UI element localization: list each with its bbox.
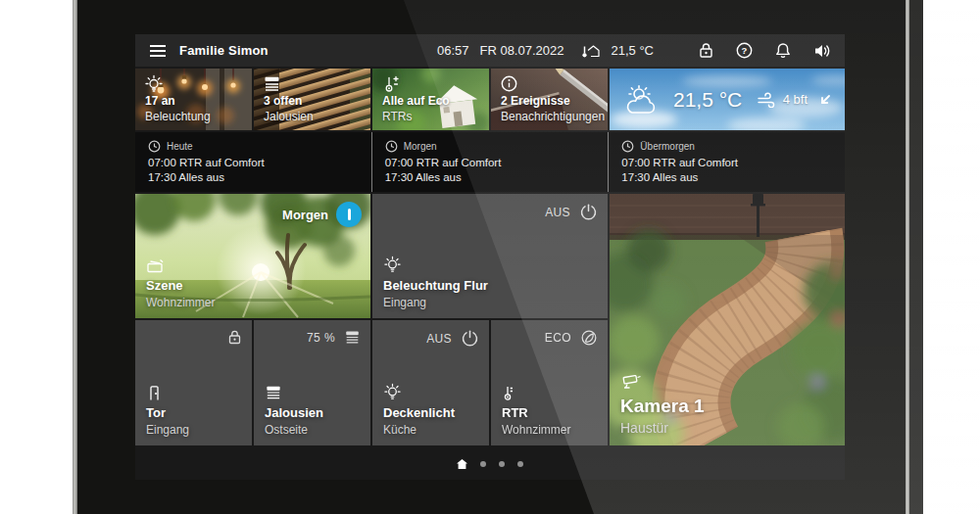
page-dot[interactable] [480,461,486,467]
tile-value: 2 Ereignisse [501,94,605,110]
schedule-panel-heute[interactable]: Heute 07:00 RTR auf Comfort 17:30 Alles … [135,132,371,192]
power-icon[interactable] [579,203,598,221]
tile-kamera[interactable]: Kamera 1 Haustür [610,194,845,445]
schedule-entry: 07:00 RTR auf Comfort [621,157,832,168]
clock-icon [148,140,161,153]
page-dot[interactable] [517,461,523,467]
page-dot[interactable] [499,461,505,467]
schedule-entry: 07:00 RTR auf Comfort [148,157,359,168]
tile-label: Jalousien [264,110,314,125]
top-bar: Familie Simon 06:57 FR 08.07.2022 21,5 °… [135,34,845,67]
tile-state: ECO [545,331,571,345]
menu-hamburger-icon[interactable] [149,44,167,58]
tile-szene[interactable]: Morgen Szene Wohnzimmer [135,194,370,318]
tile-grid: Morgen Szene Wohnzimmer AUS [135,194,845,445]
tile-title: Jalousien [265,404,323,422]
device-right-side [909,0,923,514]
device-right-edge [906,0,909,514]
page-background: Familie Simon 06:57 FR 08.07.2022 21,5 °… [0,0,980,514]
tile-value: 17 an [145,94,211,110]
panel-device: Familie Simon 06:57 FR 08.07.2022 21,5 °… [73,0,923,514]
schedule-entry: 17:30 Alles aus [385,171,596,183]
screen: Familie Simon 06:57 FR 08.07.2022 21,5 °… [135,34,845,480]
device-left-edge [73,0,77,514]
lock-icon[interactable] [699,42,713,59]
schedule-day: Morgen [404,141,437,152]
tile-title: Kamera 1 [620,394,705,419]
thermometer-icon [502,384,570,401]
arrow-southwest-icon [818,93,832,107]
door-icon [146,385,189,401]
profile-title: Familie Simon [179,43,269,58]
tile-title: Deckenlicht [383,404,455,422]
tile-subtitle: Wohnzimmer [146,295,215,310]
scene-icon [146,258,215,274]
clock-icon [385,140,398,153]
indoor-temperature: 21,5 °C [611,43,654,58]
thermometer-house-icon [580,43,600,59]
bell-icon[interactable] [775,42,791,59]
help-icon[interactable]: ? [736,42,753,59]
tile-tor[interactable]: Tor Eingang [135,320,252,445]
tile-deckenlicht[interactable]: AUS Deckenlicht Küche [372,320,489,445]
date-label: FR 08.07.2022 [479,43,564,58]
clock-icon [621,140,634,153]
tile-title: Szene [146,277,215,295]
power-icon[interactable] [461,329,479,348]
lock-icon[interactable] [227,329,242,346]
page-indicator [457,459,523,469]
tile-title: Tor [146,404,189,422]
schedule-entry: 17:30 Alles aus [148,171,359,183]
clock-time: 06:57 [437,43,469,58]
schedule-day: Heute [167,141,193,152]
schedule-panel-uebermorgen[interactable]: Übermorgen 07:00 RTR auf Comfort 17:30 A… [608,132,845,192]
tile-title: Beleuchtung Flur [383,277,488,295]
weather-tile[interactable]: 21,5 °C 4 bft [610,69,845,130]
wind-icon [757,92,776,108]
speaker-icon[interactable] [813,43,831,59]
eco-leaf-icon[interactable] [580,329,598,347]
tile-jalousien[interactable]: 75 % Jalousien Ostseite [254,320,370,445]
tile-label: Benachrichtigungen [501,110,605,125]
blinds-icon [265,384,323,401]
schedule-row: Heute 07:00 RTR auf Comfort 17:30 Alles … [135,132,845,192]
schedule-entry: 07:00 RTR auf Comfort [385,157,596,168]
quick-tile-jalousien[interactable]: 3 offen Jalousien [254,69,370,130]
blinds-icon[interactable] [344,329,361,346]
schedule-day: Übermorgen [640,141,695,152]
camera-icon [620,373,705,390]
tile-state: AUS [426,332,452,346]
tile-subtitle: Eingang [383,295,488,310]
tile-subtitle: Wohnzimmer [502,422,570,438]
schedule-panel-morgen[interactable]: Morgen 07:00 RTR auf Comfort 17:30 Alles… [371,132,609,192]
home-icon[interactable] [457,459,467,469]
timer-indicator-icon[interactable] [336,202,362,227]
tile-subtitle: Haustür [620,419,705,438]
sun-cloud-icon [622,84,663,116]
tile-label: RTRs [382,110,450,125]
tile-value: 3 offen [264,94,314,110]
timer-badge-label: Morgen [282,208,328,222]
wind-speed: 4 bft [783,92,808,107]
tile-subtitle: Küche [383,422,455,438]
tile-value: Alle auf Eco [382,94,450,110]
light-bulb-rays-icon [383,256,488,274]
tile-subtitle: Ostseite [265,422,323,438]
quick-tile-benachrichtigungen[interactable]: 2 Ereignisse Benachrichtigungen [491,69,608,130]
tile-state: AUS [545,206,570,219]
tile-label: Beleuchtung [145,110,211,125]
schedule-entry: 17:30 Alles aus [621,171,832,183]
tile-subtitle: Eingang [146,422,189,438]
tile-beleuchtung-flur[interactable]: AUS Beleuchtung Flur Eingang [372,194,608,318]
quick-tile-rtrs[interactable]: Alle auf Eco RTRs [372,69,489,130]
tile-title: RTR [502,404,570,422]
quick-access-row: 17 an Beleuchtung [135,69,845,130]
svg-text:?: ? [742,45,748,56]
quick-tile-beleuchtung[interactable]: 17 an Beleuchtung [135,69,252,130]
tile-rtr[interactable]: ECO RTR Wohnzimmer [491,320,608,445]
weather-temperature: 21,5 °C [673,88,742,112]
tile-state: 75 % [307,331,335,345]
light-bulb-rays-icon [383,383,455,401]
